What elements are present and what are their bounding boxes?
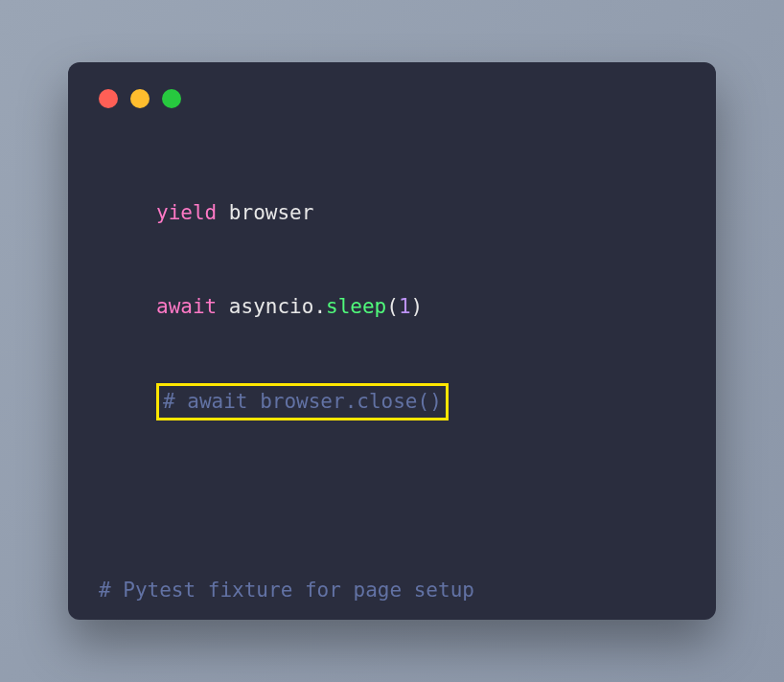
identifier: asyncio — [217, 295, 313, 318]
keyword-await: await — [156, 295, 217, 318]
minimize-icon[interactable] — [130, 89, 150, 108]
punct: ) — [411, 295, 424, 318]
keyword-yield: yield — [156, 201, 217, 224]
highlight-box: # await browser.close() — [156, 383, 449, 421]
code-line: # Pytest fixture for page setup — [99, 575, 685, 606]
maximize-icon[interactable] — [162, 89, 181, 108]
traffic-lights — [99, 89, 685, 108]
code-line: yield browser — [99, 197, 685, 229]
identifier: browser — [217, 201, 313, 224]
blank-line — [99, 482, 685, 512]
comment: # await browser.close() — [163, 390, 442, 413]
number-literal: 1 — [399, 295, 411, 318]
comment: # Pytest fixture for page setup — [99, 579, 474, 602]
punct: ( — [386, 295, 399, 318]
code-block: yield browser await asyncio.sleep(1) # a… — [99, 135, 685, 620]
punct: . — [313, 295, 326, 318]
close-icon[interactable] — [99, 89, 118, 108]
code-line: await asyncio.sleep(1) — [99, 291, 685, 323]
method-call: sleep — [326, 295, 386, 318]
code-line: # await browser.close() — [99, 384, 685, 420]
code-window: yield browser await asyncio.sleep(1) # a… — [68, 62, 716, 620]
